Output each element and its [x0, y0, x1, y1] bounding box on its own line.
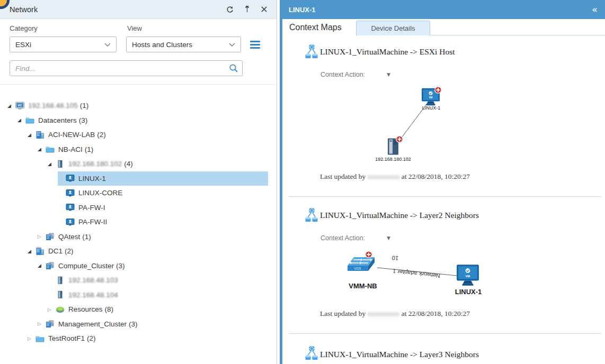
expand-toggle-icon[interactable]	[28, 249, 35, 254]
tree-item-nb-aci[interactable]: NB-ACI (1)	[38, 142, 268, 157]
expand-toggle-icon[interactable]	[48, 161, 56, 167]
map-title-layer2: LINUX-1_VirtualMachine -> Layer2 Neighbo…	[320, 211, 479, 220]
plus-badge-icon	[365, 251, 372, 258]
resource-pool-icon	[56, 305, 65, 314]
context-action-dropdown-icon[interactable]: ▼	[387, 72, 390, 77]
folder-icon	[46, 145, 55, 153]
expand-toggle-icon[interactable]	[38, 263, 46, 268]
tree-item-linux-core[interactable]: LINUX-CORE	[58, 186, 268, 201]
host-icon	[56, 160, 65, 168]
vm-node-icon[interactable]	[456, 264, 480, 286]
node-label: VMM-NB	[344, 282, 382, 290]
section-divider	[289, 196, 601, 197]
network-tree: 192.168.48.105 (1) Datacenters (3) ACI-N…	[0, 98, 277, 346]
pin-icon[interactable]	[243, 5, 251, 14]
node-label: 192.168.180.102	[371, 157, 415, 162]
node-label: LINUX-1	[451, 288, 486, 296]
device-title: LINUX-1	[289, 6, 316, 14]
refresh-icon[interactable]	[226, 5, 234, 14]
tab-context-maps[interactable]: Context Maps	[289, 23, 342, 32]
expand-toggle-icon[interactable]	[28, 336, 35, 341]
tab-device-details[interactable]: Device Details	[356, 21, 430, 35]
vm-icon	[66, 218, 75, 226]
folder-icon	[25, 116, 34, 124]
device-panel: LINUX-1 « Context Maps Device Details LI…	[281, 0, 605, 364]
expand-toggle-icon[interactable]	[38, 234, 46, 239]
vcenter-icon	[15, 102, 24, 110]
context-map-icon	[305, 346, 318, 361]
panel-title: Network	[10, 5, 38, 14]
expand-toggle-icon[interactable]	[38, 321, 46, 326]
map-title-esxi-host: LINUX-1_VirtualMachine -> ESXi Host	[320, 47, 455, 57]
cluster-icon	[46, 232, 55, 241]
tree-item-host-103[interactable]: 192.168.48.103	[48, 273, 268, 288]
expand-toggle-icon[interactable]	[17, 117, 25, 123]
view-select[interactable]: Hosts and Clusters	[126, 37, 241, 52]
device-titlebar: LINUX-1 «	[281, 0, 605, 19]
category-label: Category	[10, 24, 127, 32]
last-updated-text: Last updated by xxxxxxxxx at 22/08/2018,…	[320, 172, 470, 181]
tree-item-testrootf1[interactable]: TestRootF1 (2)	[28, 331, 268, 346]
tree-item-pa-fw-i[interactable]: PA-FW-I	[58, 201, 268, 215]
datacenter-icon	[35, 131, 45, 139]
tree-item-vcenter[interactable]: 192.168.48.105 (1)	[7, 98, 268, 113]
find-input[interactable]	[10, 60, 243, 76]
redacted-username: xxxxxxxxx	[368, 310, 400, 318]
folder-icon	[35, 334, 45, 343]
redacted-username: xxxxxxxxx	[368, 172, 400, 181]
context-action-dropdown-icon[interactable]: ▼	[387, 235, 390, 241]
divider	[0, 84, 277, 85]
section-divider	[289, 333, 601, 334]
cluster-icon	[46, 261, 55, 270]
link-label-port: 10	[389, 254, 402, 262]
tree-item-dc1[interactable]: DC1 (2)	[28, 244, 268, 259]
datacenter-icon	[35, 247, 45, 256]
search-icon[interactable]	[229, 63, 238, 75]
expand-toggle-icon[interactable]	[38, 147, 46, 152]
tree-item-datacenters[interactable]: Datacenters (3)	[17, 113, 268, 128]
plus-badge-icon	[396, 135, 403, 143]
panel-divider[interactable]	[280, 0, 282, 364]
context-map-icon	[305, 44, 318, 59]
collapse-panel-icon[interactable]: «	[592, 5, 598, 14]
tree-item-qatest[interactable]: QAtest (1)	[38, 230, 268, 244]
vm-icon	[66, 189, 75, 197]
tree-item-host-104[interactable]: 192.168.48.104	[48, 288, 268, 303]
expand-toggle-icon[interactable]	[48, 307, 56, 312]
view-label: View	[127, 24, 142, 32]
tree-item-compute-cluster[interactable]: Compute_Cluster (3)	[38, 259, 268, 274]
chevron-down-icon	[104, 43, 111, 47]
host-icon	[56, 276, 65, 285]
cluster-icon	[46, 320, 55, 328]
link-label-adapter: Network adapter 1	[385, 267, 449, 280]
expand-toggle-icon[interactable]	[28, 132, 35, 138]
tree-item-resources[interactable]: Resources (8)	[48, 302, 268, 317]
context-map-icon	[305, 208, 318, 223]
category-select[interactable]: ESXi	[10, 37, 117, 52]
tab-bar: Context Maps Device Details	[281, 19, 605, 35]
node-label: LINUX-1	[417, 105, 445, 111]
vm-icon	[66, 203, 75, 212]
chevron-down-icon	[229, 43, 235, 47]
plus-badge-icon	[434, 86, 442, 94]
context-action-label: Context Action:	[321, 71, 365, 78]
tree-item-linux-1[interactable]: LINUX-1	[58, 171, 268, 186]
network-panel: Network Category View ESXi Hosts and Clu…	[0, 0, 277, 364]
tree-item-pa-fw-ii[interactable]: PA-FW-II	[58, 215, 268, 230]
expand-toggle-icon[interactable]	[7, 103, 15, 108]
last-updated-text: Last updated by xxxxxxxxx at 22/08/2018,…	[320, 310, 470, 318]
context-action-label: Context Action:	[321, 234, 365, 242]
tree-item-esxi-host[interactable]: 192.168.180.102 (4)	[48, 157, 268, 171]
host-icon	[56, 290, 65, 299]
menu-icon[interactable]	[250, 41, 260, 49]
tree-item-aci-new-lab[interactable]: ACI-NEW-LAB (2)	[28, 128, 268, 142]
tree-item-management-cluster[interactable]: Management_Cluster (3)	[38, 317, 268, 332]
vm-icon	[66, 174, 75, 183]
tab-underline	[430, 35, 605, 35]
network-panel-header: Network	[0, 0, 277, 19]
map-title-layer3: LINUX-1_VirtualMachine -> Layer3 Neighbo…	[320, 350, 479, 359]
close-icon[interactable]	[260, 5, 268, 14]
